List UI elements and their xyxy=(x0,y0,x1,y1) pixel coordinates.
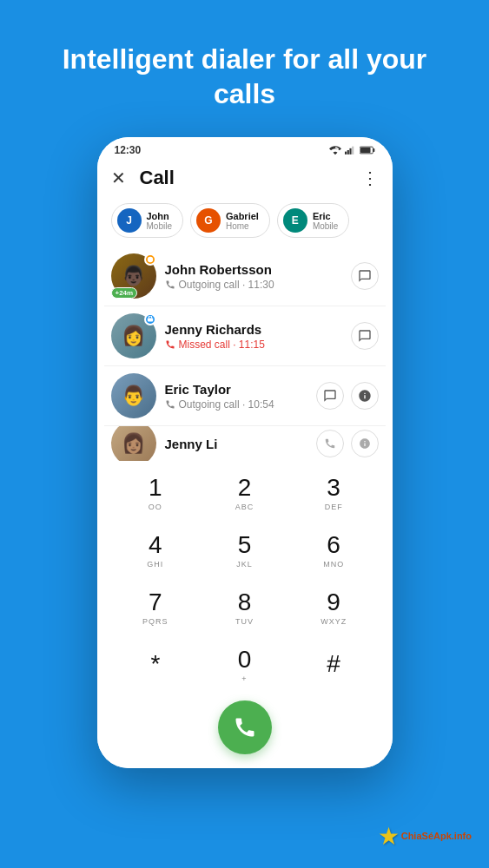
dial-letters-0: + xyxy=(241,674,247,683)
call-actions-jennyLi xyxy=(316,430,379,457)
svg-rect-3 xyxy=(352,147,354,155)
call-actions-john xyxy=(351,262,379,290)
dial-num-9: 9 xyxy=(327,589,340,616)
avatar-wrap-john: 👨🏿 +24m xyxy=(111,253,156,299)
dial-key-1[interactable]: 1 OO xyxy=(121,466,190,520)
online-badge-john xyxy=(144,253,156,266)
status-icons xyxy=(329,145,375,155)
contact-chip-gabriel[interactable]: G Gabriel Home xyxy=(190,203,270,238)
dial-key-8[interactable]: 8 TUV xyxy=(209,581,279,635)
chip-name-eric: Eric xyxy=(313,211,338,221)
dial-num-5: 5 xyxy=(238,532,252,559)
call-name-john: John Robertsson xyxy=(165,262,342,277)
quick-contacts: J John Mobile G Gabriel Home E Eric Mobi… xyxy=(97,196,393,247)
call-detail-eric: Outgoing call · 10:54 xyxy=(165,398,307,411)
svg-point-7 xyxy=(147,257,152,262)
contact-chip-eric[interactable]: E Eric Mobile xyxy=(277,203,349,238)
status-time: 12:30 xyxy=(115,144,142,156)
phone-call-icon xyxy=(233,715,257,740)
contact-chip-john[interactable]: J John Mobile xyxy=(111,203,183,238)
chip-type-gabriel: Home xyxy=(226,221,259,231)
dial-num-0: 0 xyxy=(238,647,252,674)
dial-key-7[interactable]: 7 PQRS xyxy=(121,581,190,635)
call-info-jenny: Jenny Richards Missed call · 11:15 xyxy=(165,322,342,351)
chip-name-gabriel: Gabriel xyxy=(226,211,259,221)
dial-num-4: 4 xyxy=(149,532,162,559)
call-info-eric: Eric Taylor Outgoing call · 10:54 xyxy=(165,382,307,411)
call-detail-john: Outgoing call · 11:30 xyxy=(165,279,342,291)
call-name-jenny: Jenny Richards xyxy=(165,322,342,337)
dial-key-0[interactable]: 0 + xyxy=(209,638,279,692)
chip-info-gabriel: Gabriel Home xyxy=(226,211,259,231)
online-badge-jenny xyxy=(144,313,156,326)
dial-num-7: 7 xyxy=(149,589,162,616)
svg-rect-6 xyxy=(360,148,370,153)
dial-num-8: 8 xyxy=(238,589,252,616)
hero-section: Intelligent dialer for all your calls xyxy=(0,0,489,137)
call-info-jennyLi: Jenny Li xyxy=(165,437,307,451)
chip-avatar-gabriel: G xyxy=(196,208,221,233)
dial-letters-2: ABC xyxy=(235,503,254,511)
avatar-wrap-jennyLi: 👩🏽 xyxy=(111,426,156,461)
call-detail-jenny: Missed call · 11:15 xyxy=(165,339,342,351)
dial-letters-4: GHI xyxy=(147,560,163,569)
call-item-eric[interactable]: 👨 Eric Taylor Outgoing call · 10:54 xyxy=(104,366,386,426)
dial-num-3: 3 xyxy=(327,475,340,502)
call-item-jenny[interactable]: 👩 Jenny Richards Missed call · 11:15 xyxy=(104,306,386,366)
avatar-eric: 👨 xyxy=(111,373,156,418)
dialpad-row-2: 4 GHI 5 JKL 6 MNO xyxy=(97,522,393,579)
dial-num-star: * xyxy=(150,651,160,678)
dial-letters-8: TUV xyxy=(235,617,254,626)
chip-type-john: Mobile xyxy=(147,221,172,231)
dial-key-4[interactable]: 4 GHI xyxy=(121,523,190,577)
info-icon-eric[interactable] xyxy=(351,382,379,410)
call-name-jennyLi: Jenny Li xyxy=(165,437,307,451)
dial-letters-6: MNO xyxy=(323,560,344,569)
svg-rect-8 xyxy=(147,318,152,321)
avatar-wrap-jenny: 👩 xyxy=(111,313,156,358)
hero-title: Intelligent dialer for all your calls xyxy=(35,42,454,111)
signal-icon xyxy=(345,145,356,155)
message-icon-eric[interactable] xyxy=(316,382,344,410)
message-icon-jenny[interactable] xyxy=(351,322,379,350)
chip-avatar-john: J xyxy=(117,208,142,233)
wifi-icon xyxy=(329,145,341,155)
call-item-john[interactable]: 👨🏿 +24m John Robertsson Outgoing call · … xyxy=(104,247,386,306)
call-item-jennyLi[interactable]: 👩🏽 Jenny Li xyxy=(104,426,386,461)
dial-letters-5: JKL xyxy=(236,560,253,569)
dialpad: 1 OO 2 ABC 3 DEF 4 GHI 5 xyxy=(97,461,393,768)
message-icon-john[interactable] xyxy=(351,262,379,290)
call-info-john: John Robertsson Outgoing call · 11:30 xyxy=(165,262,342,291)
avatar-wrap-eric: 👨 xyxy=(111,373,156,418)
more-button[interactable]: ⋮ xyxy=(361,168,379,188)
watermark-text: ChiaSéApk.info xyxy=(401,831,472,841)
header-left: ✕ Call xyxy=(111,167,175,189)
dial-key-5[interactable]: 5 JKL xyxy=(209,523,279,577)
status-bar: 12:30 xyxy=(97,137,393,160)
call-icon-jennyLi[interactable] xyxy=(316,430,344,457)
svg-rect-2 xyxy=(349,148,351,155)
header-title: Call xyxy=(140,167,175,189)
dial-num-2: 2 xyxy=(238,475,252,502)
info-icon-jennyLi[interactable] xyxy=(351,430,379,457)
dial-key-2[interactable]: 2 ABC xyxy=(209,466,279,520)
dial-key-9[interactable]: 9 WXYZ xyxy=(299,581,368,635)
chip-info-john: John Mobile xyxy=(147,211,172,231)
dial-key-hash[interactable]: # xyxy=(299,638,368,692)
close-button[interactable]: ✕ xyxy=(111,168,126,188)
dial-letters-3: DEF xyxy=(325,503,343,511)
call-detail-text-eric: Outgoing call · 10:54 xyxy=(179,398,274,411)
watermark: ★ ChiaSéApk.info xyxy=(378,822,472,851)
dial-key-6[interactable]: 6 MNO xyxy=(299,523,368,577)
chip-name-john: John xyxy=(147,211,172,221)
call-list: 👨🏿 +24m John Robertsson Outgoing call · … xyxy=(97,247,393,461)
chip-avatar-eric: E xyxy=(283,208,307,233)
call-button[interactable] xyxy=(218,700,272,754)
dial-letters-7: PQRS xyxy=(142,617,169,626)
call-detail-text-john: Outgoing call · 11:30 xyxy=(179,279,274,291)
call-detail-text-jenny: Missed call · 11:15 xyxy=(179,339,265,351)
dial-key-star[interactable]: * xyxy=(121,638,190,692)
chip-type-eric: Mobile xyxy=(313,221,338,231)
call-btn-row xyxy=(97,694,393,768)
dial-key-3[interactable]: 3 DEF xyxy=(299,466,368,520)
